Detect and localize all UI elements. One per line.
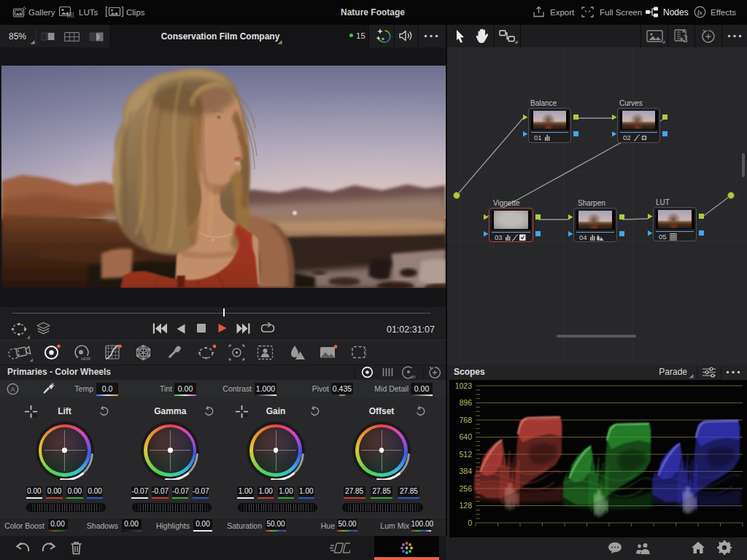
svg-text:HDR: HDR [81, 357, 90, 361]
svg-text:fx: fx [697, 9, 703, 16]
svg-text:256: 256 [459, 484, 472, 493]
svg-text:896: 896 [459, 398, 472, 407]
svg-text:1023: 1023 [455, 381, 473, 390]
svg-text:128: 128 [459, 501, 472, 510]
svg-text:384: 384 [459, 467, 472, 475]
svg-text:640: 640 [459, 432, 472, 441]
svg-text:0: 0 [468, 518, 472, 527]
svg-text:A: A [10, 386, 15, 393]
svg-text:768: 768 [459, 416, 472, 424]
svg-text:LOG: LOG [409, 375, 416, 379]
svg-text:512: 512 [459, 450, 472, 459]
